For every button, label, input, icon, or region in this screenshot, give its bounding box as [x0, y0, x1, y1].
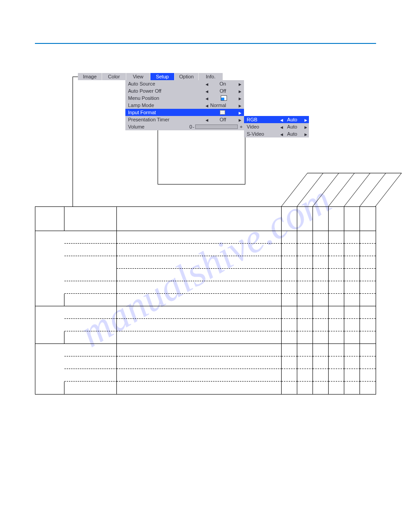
connector-line	[73, 77, 73, 206]
submenu-input-format: RGB Auto Video Auto S-Video Auto	[244, 116, 309, 137]
table-header-cell	[64, 207, 117, 231]
table-row	[35, 294, 376, 306]
menu-item-label: Auto Power Off	[128, 88, 161, 94]
triangle-right-icon	[239, 103, 241, 108]
connector-line	[73, 77, 78, 77]
menu-item-input-format[interactable]: Input Format	[125, 109, 244, 116]
menu-item-label: Menu Position	[128, 95, 159, 101]
menu-tab-setup[interactable]: Setup	[150, 73, 175, 80]
triangle-left-icon	[206, 81, 208, 86]
menu-tab-option[interactable]: Option	[175, 73, 199, 80]
menu-item-label: Presentation Timer	[128, 117, 169, 122]
menu-tab-color[interactable]: Color	[102, 73, 126, 80]
table-row	[35, 256, 376, 269]
table-row	[35, 319, 376, 331]
header-rule	[35, 43, 376, 44]
table-header-cell	[329, 207, 344, 231]
menu-tab-view[interactable]: View	[126, 73, 150, 80]
menu-item-menu-position[interactable]: Menu Position	[125, 94, 244, 102]
volume-slider[interactable]	[195, 124, 238, 129]
triangle-left-icon	[206, 95, 208, 101]
menu-item-auto-power-off[interactable]: Auto Power Off Off	[125, 87, 244, 94]
table-diagonal-header	[281, 184, 376, 207]
settings-table	[35, 206, 376, 395]
submenu-label: RGB	[247, 117, 257, 122]
table-row	[35, 231, 376, 244]
table-row	[35, 331, 376, 344]
menu-item-label: Lamp Mode	[128, 103, 154, 108]
table-header-cell	[313, 207, 329, 231]
menu-item-value: On	[219, 80, 226, 87]
submenu-icon	[220, 110, 225, 115]
triangle-right-icon	[239, 117, 241, 122]
table-row	[35, 382, 376, 394]
menu-tab-info[interactable]: Info.	[199, 73, 223, 80]
table-header-cell	[282, 207, 297, 231]
table-header-cell	[117, 207, 282, 231]
connector-line	[158, 184, 245, 184]
triangle-left-icon	[206, 88, 208, 94]
table-header-cell	[344, 207, 360, 231]
menu-item-label: Input Format	[128, 110, 156, 115]
menu-tab-bar: Image Color View Setup Option Info.	[78, 73, 223, 80]
table-row	[35, 269, 376, 281]
table-header-row	[35, 207, 376, 231]
table-row	[35, 344, 376, 356]
submenu-value: Auto	[287, 131, 297, 137]
table-row	[35, 281, 376, 294]
volume-value: 0	[189, 124, 192, 129]
menu-item-value: Normal	[210, 102, 226, 109]
triangle-right-icon	[239, 110, 241, 115]
triangle-right-icon	[239, 88, 241, 94]
menu-item-list: Auto Source On Auto Power Off Off Menu P…	[125, 80, 244, 130]
menu-item-lamp-mode[interactable]: Lamp Mode Normal	[125, 102, 244, 109]
triangle-left-icon	[206, 117, 208, 122]
table-header-cell	[360, 207, 376, 231]
connector-line	[158, 130, 158, 184]
table-row	[35, 306, 376, 319]
submenu-item-rgb[interactable]: RGB Auto	[244, 116, 309, 123]
plus-icon: +	[240, 124, 243, 129]
minus-icon: -	[193, 124, 194, 129]
triangle-left-icon	[206, 103, 208, 108]
menu-item-presentation-timer[interactable]: Presentation Timer Off	[125, 116, 244, 123]
submenu-label: Video	[247, 124, 259, 129]
menu-item-value: Off	[220, 116, 226, 123]
triangle-right-icon	[304, 117, 307, 122]
menu-item-volume[interactable]: Volume 0 - +	[125, 123, 244, 130]
triangle-right-icon	[239, 81, 241, 86]
submenu-label: S-Video	[247, 131, 264, 137]
triangle-left-icon	[280, 131, 283, 137]
menu-position-icon	[221, 95, 227, 101]
menu-tab-image[interactable]: Image	[78, 73, 102, 80]
submenu-value: Auto	[287, 117, 297, 122]
connector-line	[245, 137, 245, 184]
menu-item-value: Off	[220, 87, 226, 94]
triangle-right-icon	[304, 124, 307, 129]
triangle-left-icon	[280, 117, 283, 122]
menu-item-auto-source[interactable]: Auto Source On	[125, 80, 244, 87]
triangle-right-icon	[304, 131, 307, 137]
table-row	[35, 244, 376, 256]
table-header-cell	[297, 207, 313, 231]
triangle-right-icon	[239, 95, 241, 101]
table-header-cell	[35, 207, 64, 231]
table-row	[35, 356, 376, 369]
triangle-left-icon	[280, 124, 283, 129]
table-row	[35, 369, 376, 382]
menu-item-label: Volume	[128, 124, 145, 129]
menu-item-label: Auto Source	[128, 81, 155, 86]
submenu-value: Auto	[287, 124, 297, 129]
submenu-item-video[interactable]: Video Auto	[244, 123, 309, 130]
submenu-item-s-video[interactable]: S-Video Auto	[244, 130, 309, 137]
